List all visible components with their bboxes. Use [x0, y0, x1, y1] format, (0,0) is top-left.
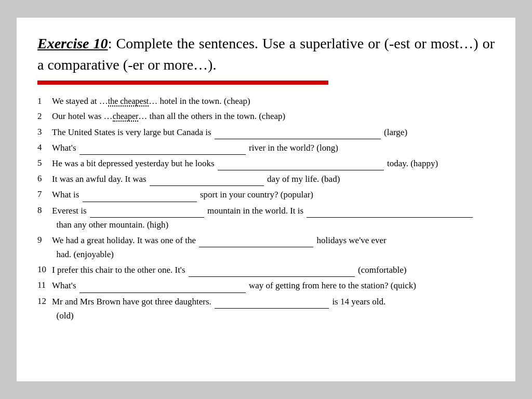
blank: [79, 278, 246, 292]
answer-2: cheaper: [113, 112, 139, 122]
item-content: Everest is mountain in the world. It is …: [52, 203, 495, 232]
item-number: 9: [37, 233, 52, 261]
exercise-item: 8 Everest is mountain in the world. It i…: [37, 203, 495, 232]
item-number: 2: [37, 109, 52, 123]
answer-1: the cheapest: [108, 97, 149, 107]
slide: Exercise 10: Complete the sentences. Use…: [17, 18, 515, 381]
item-number: 12: [37, 294, 52, 323]
exercise-label: Exercise 10: [37, 35, 108, 51]
blank: [79, 140, 246, 155]
blank: [307, 203, 473, 218]
item-number: 10: [37, 262, 52, 277]
exercise-item: 6 It was an awful day. It was day of my …: [37, 171, 495, 186]
blank: [218, 156, 384, 170]
item-number: 6: [37, 171, 52, 186]
exercise-item: 5 He was a bit depressed yesterday but h…: [37, 156, 495, 170]
blank: [83, 187, 197, 202]
exercise-item: 11 What's way of getting from here to th…: [37, 278, 495, 292]
item-number: 5: [37, 156, 52, 170]
blank: [150, 171, 264, 186]
exercise-item: 7 What is sport in your country? (popula…: [37, 187, 495, 202]
item-content: We had a great holiday. It was one of th…: [52, 233, 495, 261]
item-content: We stayed at …the cheapest… hotel in the…: [52, 94, 495, 108]
header-text: Exercise 10: Complete the sentences. Use…: [37, 33, 495, 75]
item-number: 3: [37, 125, 52, 139]
blank: [215, 294, 329, 309]
item-content: What's way of getting from here to the s…: [52, 278, 495, 292]
item-number: 4: [37, 140, 52, 155]
item-content: It was an awful day. It was day of my li…: [52, 171, 495, 186]
exercise-item: 9 We had a great holiday. It was one of …: [37, 233, 495, 261]
item-number: 7: [37, 187, 52, 202]
item-content: Mr and Mrs Brown have got three daughter…: [52, 294, 495, 323]
item-content: I prefer this chair to the other one. It…: [52, 262, 495, 277]
item-content: Our hotel was …cheaper… than all the oth…: [52, 109, 495, 123]
exercise-item: 2 Our hotel was …cheaper… than all the o…: [37, 109, 495, 123]
red-bar: [37, 81, 328, 85]
exercise-item: 1 We stayed at …the cheapest… hotel in t…: [37, 94, 495, 108]
blank: [189, 262, 355, 277]
item-number: 8: [37, 203, 52, 232]
item-content: What is sport in your country? (popular): [52, 187, 495, 202]
exercise-item: 3 The United States is very large but Ca…: [37, 125, 495, 139]
blank: [215, 125, 381, 139]
item-number: 11: [37, 278, 52, 292]
exercise-item: 12 Mr and Mrs Brown have got three daugh…: [37, 294, 495, 323]
exercise-item: 10 I prefer this chair to the other one.…: [37, 262, 495, 277]
item-content: What's river in the world? (long): [52, 140, 495, 155]
item-content: He was a bit depressed yesterday but he …: [52, 156, 495, 170]
exercises-list: 1 We stayed at …the cheapest… hotel in t…: [37, 94, 495, 323]
item-number: 1: [37, 94, 52, 108]
blank: [199, 233, 313, 247]
item-content: The United States is very large but Cana…: [52, 125, 495, 139]
blank: [90, 203, 204, 218]
exercise-item: 4 What's river in the world? (long): [37, 140, 495, 155]
